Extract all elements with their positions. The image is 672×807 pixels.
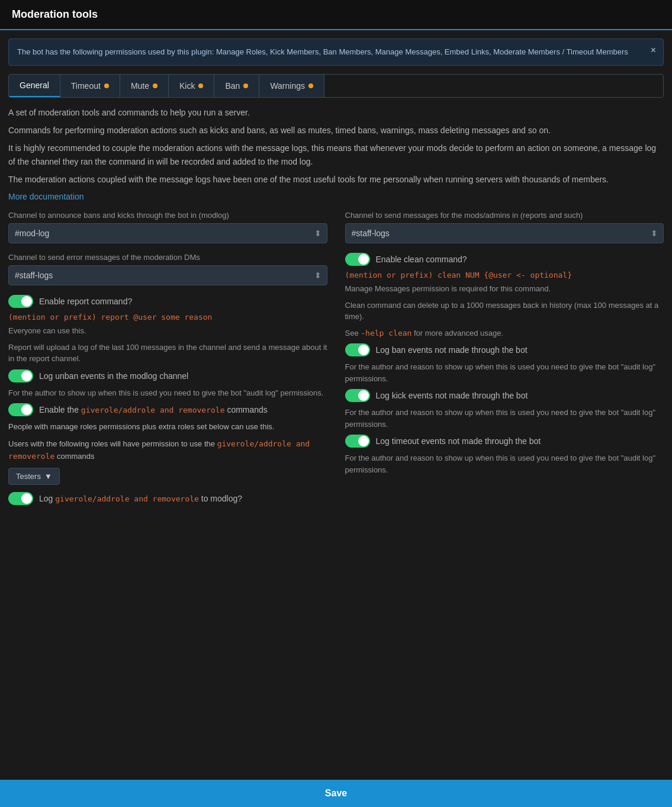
toggle4-label: Enable clean command? [376,255,467,264]
giverole-desc2-prefix: Users with the following roles will have… [8,439,215,448]
two-column-layout: Channel to announce bans and kicks throu… [8,211,664,515]
clean-command: (mention or prefix) clean NUM {@user <- … [345,271,664,279]
toggle6-label: Log unban events in the modlog channel [39,371,188,381]
toggle10-label: Log ban events not made through the bot [376,345,528,355]
tab-timeout-dot [104,83,109,88]
desc-line3: It is highly recommended to couple the m… [8,142,664,168]
info-banner: The bot has the following permissions us… [8,38,664,66]
tab-timeout-label: Timeout [71,81,101,91]
tab-mute[interactable]: Mute [120,75,169,97]
clean-code: -help clean [361,329,411,337]
toggle10-row: Log ban events not made through the bot [345,343,664,356]
toggle9-label: Log giverole/addrole and removerole to m… [39,494,242,503]
toggle11-label: Log kick events not made through the bot [376,391,528,400]
giverole-desc2-block: Users with the following roles will have… [8,438,327,463]
toggle7-label: Enable the giverole/addrole and removero… [39,405,268,414]
toggle9-code: giverole/addrole and removerole [55,494,199,503]
kick-desc1: For the author and reason to show up whe… [345,408,619,417]
clean-desc1: Manage Messages permission is required f… [345,283,664,295]
toggle9[interactable] [8,492,33,505]
tab-general[interactable]: General [9,75,60,97]
tab-mute-label: Mute [131,81,149,91]
toggle11[interactable] [345,389,370,402]
desc-line1: A set of moderation tools and commands t… [8,106,664,119]
toggle5-row: Enable report command? [8,295,327,308]
toggle6-row: Log unban events in the modlog channel [8,369,327,382]
desc-line2: Commands for performing moderation actio… [8,124,664,137]
more-docs-link[interactable]: More documentation [8,192,84,201]
tab-ban-label: Ban [225,81,240,91]
dropdown-chevron-icon: ▼ [44,472,52,481]
tabs-container: General Timeout Mute Kick Ban Warnings [8,74,664,98]
tab-general-label: General [20,81,49,90]
report-desc2: Report will upload a log of the last 100… [8,342,327,365]
toggle12-label: Log timeout events not made through the … [376,436,541,446]
toggle5-label: Enable report command? [39,297,132,306]
giverole-desc2b: commands [57,452,95,461]
timeout-desc: For the author and reason to show up whe… [345,452,664,475]
clean-desc3-block: See -help clean for more advanced usage. [345,327,664,339]
toggle4-row: Enable clean command? [345,253,664,266]
toggle9-prefix: Log [39,494,53,503]
tab-ban[interactable]: Ban [214,75,259,97]
timeout-desc1: For the author and reason to show up whe… [345,454,619,462]
close-banner-button[interactable]: × [651,45,656,56]
banner-text: The bot has the following permissions us… [17,47,628,56]
toggle12[interactable] [345,435,370,448]
header: Moderation tools [0,0,672,30]
field1-select-wrapper: #mod-log #staff-logs #general [8,223,327,243]
report-command: (mention or prefix) report @user some re… [8,313,327,321]
page-title: Moderation tools [12,8,98,21]
unban-desc: For the author to show up when this is u… [8,387,327,399]
toggle9-suffix: to modlog? [201,494,242,503]
tab-warnings-label: Warnings [270,81,305,91]
tab-ban-dot [243,83,248,88]
tab-kick[interactable]: Kick [169,75,214,97]
field3-select-wrapper: #staff-logs #mod-log #general [8,265,327,285]
kick-desc: For the author and reason to show up whe… [345,407,664,430]
tab-mute-dot [153,83,157,88]
clean-desc3: See [345,329,359,337]
toggle7-code: giverole/addrole and removerole [81,406,225,414]
field2-select-wrapper: #staff-logs #mod-log #general [345,223,664,243]
tab-kick-label: Kick [179,81,195,91]
ban-desc1: For the author and reason to show up whe… [345,362,619,371]
report-desc1: Everyone can use this. [8,325,327,337]
toggle7[interactable] [8,403,33,416]
toggle5[interactable] [8,295,33,308]
field1-select[interactable]: #mod-log #staff-logs #general [8,223,327,243]
toggle4[interactable] [345,253,370,266]
field2-label: Channel to send messages for the mods/ad… [345,211,664,220]
field3-label: Channel to send error messages of the mo… [8,253,327,262]
toggle9-row: Log giverole/addrole and removerole to m… [8,492,327,505]
tab-warnings[interactable]: Warnings [259,75,324,97]
clean-desc3b: for more advanced usage. [414,329,503,337]
toggle12-row: Log timeout events not made through the … [345,435,664,448]
field1-label: Channel to announce bans and kicks throu… [8,211,327,220]
field3-select[interactable]: #staff-logs #mod-log #general [8,265,327,285]
toggle7-prefix: Enable the [39,405,79,414]
tab-kick-dot [198,83,203,88]
toggle7-row: Enable the giverole/addrole and removero… [8,403,327,416]
save-button[interactable]: Save [0,780,672,807]
left-column: Channel to announce bans and kicks throu… [8,211,327,515]
clean-desc2: Clean command can delete up to a 1000 me… [345,300,664,323]
toggle10[interactable] [345,343,370,356]
roles-dropdown[interactable]: Testers ▼ [8,468,60,485]
field2-select[interactable]: #staff-logs #mod-log #general [345,223,664,243]
toggle7-suffix: commands [227,405,267,414]
roles-dropdown-wrapper: Testers ▼ [8,468,327,492]
desc-line4: The moderation actions coupled with the … [8,173,664,186]
roles-dropdown-label: Testers [16,472,41,481]
right-column: Channel to send messages for the mods/ad… [345,211,664,515]
ban-desc: For the author and reason to show up whe… [345,361,664,384]
toggle11-row: Log kick events not made through the bot [345,389,664,402]
tab-timeout[interactable]: Timeout [60,75,120,97]
toggle6[interactable] [8,369,33,382]
tab-warnings-dot [308,83,313,88]
main-content: A set of moderation tools and commands t… [8,106,664,772]
giverole-desc1: People with manage roles permissions plu… [8,421,327,433]
description-block: A set of moderation tools and commands t… [8,106,664,187]
